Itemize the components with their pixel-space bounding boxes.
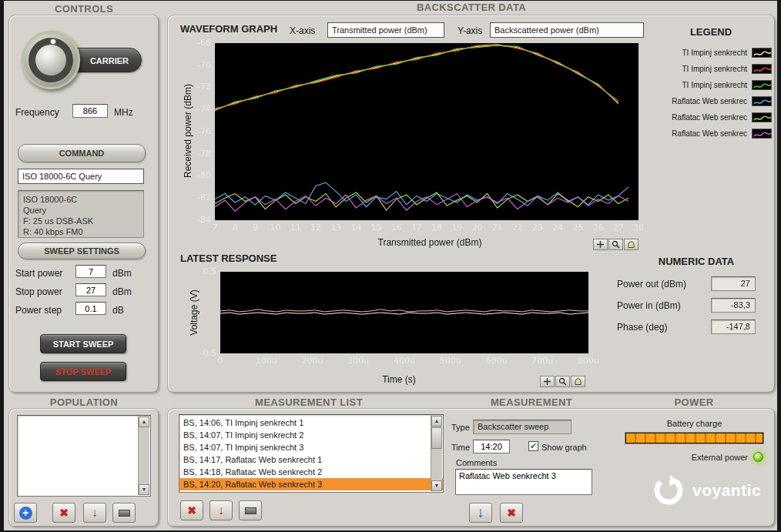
time-input[interactable]	[473, 440, 510, 453]
list-item[interactable]: BS, 14:17, Raflatac Web senkrecht 1	[179, 453, 443, 466]
type-display: Backscatter sweep	[473, 420, 572, 434]
list-item[interactable]: BS, 14:06, TI Impinj senkrecht 1	[179, 417, 443, 429]
carrier-knob[interactable]	[22, 31, 80, 89]
command-info-line: Query	[23, 205, 139, 216]
command-select[interactable]: ISO 18000-6C Query	[18, 169, 144, 184]
measurement-delete-button[interactable]: ✖	[180, 500, 203, 520]
cursor-tool-icon[interactable]	[593, 239, 608, 250]
start-power-input[interactable]	[75, 265, 106, 278]
population-add-button[interactable]: +	[14, 503, 37, 523]
list-item[interactable]: BS, 14:18, Raflatac Web senkrecht 2	[179, 466, 443, 478]
cursor-tool-icon[interactable]	[540, 376, 555, 387]
population-export-button[interactable]	[112, 503, 136, 523]
measurement-list-panel-title: MEASUREMENT LIST	[167, 396, 451, 408]
legend-item[interactable]: Raflatac Web senkrec	[644, 109, 772, 125]
controls-panel: CARRIER Frequency MHz COMMAND ISO 18000-…	[8, 15, 159, 393]
population-listbox[interactable]: ▲ ▼	[17, 415, 151, 497]
voyantic-logo: voyantic	[652, 473, 761, 507]
app-background: CONTROLS BACKSCATTER DATA POPULATION MEA…	[4, 1, 777, 530]
power-step-input[interactable]	[75, 302, 106, 315]
legend-item-label: Raflatac Web senkrec	[672, 129, 747, 138]
power-panel-title: POWER	[612, 396, 776, 408]
list-item[interactable]: BS, 14:07, TI Impinj senkrecht 2	[179, 429, 443, 441]
command-info-line: ISO 18000-6C	[23, 194, 139, 205]
power-out-label: Power out (dBm)	[617, 279, 686, 289]
apply-button[interactable]: ↓	[469, 503, 492, 523]
y-axis-label: Y-axis	[458, 25, 482, 36]
measurement-list-scrollbar[interactable]: ▲ ▼	[431, 416, 442, 491]
zoom-tool-icon[interactable]	[608, 239, 623, 250]
command-button[interactable]: COMMAND	[18, 144, 146, 162]
scroll-down-icon[interactable]: ▼	[139, 484, 149, 495]
measurement-export-button[interactable]	[239, 500, 262, 520]
waveform-graph-title: WAVEFORM GRAPH	[180, 23, 277, 35]
latest-response-title: LATEST RESPONSE	[180, 253, 277, 264]
legend-swatch	[752, 112, 772, 122]
frequency-input[interactable]	[72, 104, 108, 118]
response-ylabel: Voltage (V)	[189, 266, 199, 359]
stop-power-unit: dBm	[112, 286, 132, 297]
external-power-led	[753, 452, 763, 462]
scrollbar-thumb[interactable]	[431, 427, 442, 449]
power-step-label: Power step	[15, 305, 62, 316]
population-delete-button[interactable]: ✖	[52, 503, 75, 523]
comments-textarea[interactable]: Raflatac Web senkrecht 3	[455, 469, 592, 495]
discard-button[interactable]: ✖	[500, 503, 523, 523]
legend-item[interactable]: TI Impinj senkrecht	[644, 45, 772, 61]
delete-icon: ✖	[59, 507, 69, 519]
scroll-up-icon[interactable]: ▲	[139, 417, 149, 427]
stop-power-input[interactable]	[75, 283, 106, 296]
population-scrollbar[interactable]: ▲ ▼	[138, 417, 149, 495]
pan-tool-icon[interactable]	[624, 239, 639, 250]
start-sweep-button[interactable]: START SWEEP	[40, 334, 126, 353]
x-axis-select[interactable]: Transmitted power (dBm)	[327, 22, 444, 38]
carrier-knob-indicator	[51, 39, 55, 44]
measurement-panel-title: MEASUREMENT	[451, 396, 612, 408]
response-toolbar	[540, 376, 586, 387]
list-item[interactable]: BS, 14:20, Raflatac Web senkrecht 3	[179, 478, 443, 490]
scroll-down-icon[interactable]: ▼	[431, 480, 442, 491]
battery-charge-label: Battery charge	[625, 419, 764, 428]
backscatter-panel-title: BACKSCATTER DATA	[167, 2, 776, 13]
legend-item[interactable]: Raflatac Web senkrec	[644, 125, 772, 142]
show-graph-checkbox[interactable]: ✔	[528, 441, 538, 451]
waveform-plot[interactable]	[180, 37, 652, 239]
legend-swatch	[752, 64, 772, 74]
frequency-unit-label: MHz	[114, 107, 133, 118]
y-axis-select[interactable]: Backscattered power (dBm)	[490, 22, 644, 38]
frequency-label: Frequency	[15, 107, 59, 118]
legend-item-label: Raflatac Web senkrec	[672, 113, 747, 122]
sweep-settings-button[interactable]: SWEEP SETTINGS	[18, 243, 146, 259]
legend-swatch	[752, 80, 772, 90]
carrier-knob-face	[35, 45, 66, 75]
waveform-xlabel: Transmitted power (dBm)	[322, 237, 538, 248]
legend-item[interactable]: TI Impinj senkrecht	[644, 61, 772, 77]
response-xlabel: Time (s)	[322, 374, 476, 385]
stop-sweep-button[interactable]: STOP SWEEP	[40, 362, 126, 381]
legend-item-label: TI Impinj senkrecht	[682, 65, 747, 73]
response-plot[interactable]	[186, 266, 619, 388]
phase-label: Phase (deg)	[617, 322, 667, 333]
scroll-up-icon[interactable]: ▲	[431, 416, 442, 427]
command-info-line: F: 25 us DSB-ASK	[23, 216, 139, 226]
legend-item-label: TI Impinj senkrecht	[682, 49, 747, 57]
legend-item[interactable]: Raflatac Web senkrec	[644, 93, 772, 109]
measurement-listbox[interactable]: BS, 14:06, TI Impinj senkrecht 1 BS, 14:…	[179, 414, 444, 493]
stop-power-label: Stop power	[15, 286, 62, 297]
arrow-down-icon: ↓	[218, 505, 224, 516]
start-power-unit: dBm	[112, 268, 132, 279]
command-info-display: ISO 18000-6C Query F: 25 us DSB-ASK R: 4…	[18, 190, 144, 238]
legend-item[interactable]: TI Impinj senkrecht	[644, 77, 772, 93]
power-in-label: Power in (dBm)	[617, 300, 681, 311]
list-item[interactable]: BS, 14:07, TI Impinj senkrecht 3	[179, 441, 443, 453]
external-power-label: External power	[625, 453, 748, 462]
measurement-import-button[interactable]: ↓	[209, 500, 233, 520]
bottom-panel: BS, 14:06, TI Impinj senkrecht 1 BS, 14:…	[167, 408, 776, 527]
delete-icon: ✖	[507, 507, 516, 519]
show-graph-label: Show graph	[541, 443, 587, 452]
zoom-tool-icon[interactable]	[555, 376, 570, 387]
pan-tool-icon[interactable]	[571, 376, 585, 387]
population-import-button[interactable]: ↓	[83, 503, 106, 523]
battery-indicator	[625, 432, 764, 444]
controls-panel-title: CONTROLS	[8, 3, 159, 15]
